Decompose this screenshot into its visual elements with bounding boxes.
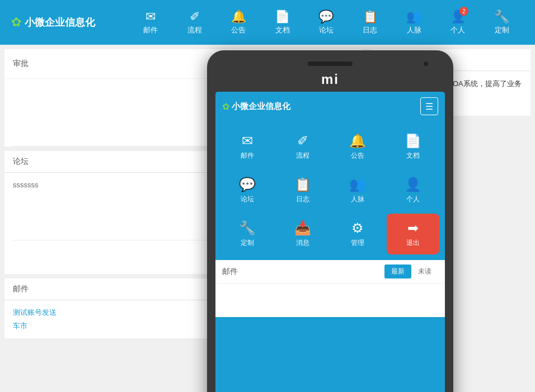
nav-process[interactable]: ✐ 流程	[181, 10, 209, 35]
customize-nav-label: 定制	[495, 25, 509, 35]
phone-grid-manage[interactable]: ⚙ 管理	[332, 214, 384, 254]
nav-contacts[interactable]: 👥 人脉	[400, 10, 428, 35]
phone-logo-area: ✿ 小微企业信息化	[222, 101, 290, 112]
personal-badge: 2	[459, 7, 468, 16]
phone-logo-leaf-icon: ✿	[222, 101, 229, 112]
phone-tab-unread[interactable]: 未读	[411, 265, 438, 278]
nav-mail[interactable]: ✉ 邮件	[137, 10, 165, 35]
phone-screen: ✿ 小微企业信息化 ☰ ✉ 邮件 ✐ 流程 🔔	[215, 92, 445, 392]
process-nav-icon: ✐	[190, 10, 200, 24]
phone-contacts-icon: 👥	[349, 177, 366, 192]
phone-frame: mi ✿ 小微企业信息化 ☰ ✉ 邮件 ✐	[207, 50, 453, 392]
mail-nav-label: 邮件	[143, 25, 158, 35]
personal-nav-icon: 👤2	[450, 10, 466, 24]
phone-mi-logo: mi	[215, 72, 445, 87]
phone-grid-logout[interactable]: ➡ 退出	[387, 214, 439, 254]
phone-app-header: ✿ 小微企业信息化 ☰	[215, 92, 445, 121]
phone-grid-contacts[interactable]: 👥 人脉	[332, 170, 384, 211]
phone-doc-icon: 📄	[405, 133, 421, 149]
phone-message-icon: 📥	[294, 220, 311, 236]
phone-forum-icon: 💬	[239, 177, 256, 192]
notice-nav-label: 公告	[231, 25, 246, 35]
phone-customize-label: 定制	[241, 238, 254, 248]
phone-message-label: 消息	[296, 238, 309, 248]
phone-grid-doc[interactable]: 📄 文档	[387, 126, 439, 167]
phone-manage-icon: ⚙	[351, 220, 364, 236]
phone-notice-icon: 🔔	[349, 133, 366, 149]
mail-title: 邮件	[13, 284, 29, 294]
phone-camera	[424, 62, 428, 66]
phone-log-label: 日志	[296, 195, 309, 204]
phone-grid-customize[interactable]: 🔧 定制	[221, 214, 274, 254]
phone-personal-icon: 👤	[405, 177, 421, 192]
phone-grid-process[interactable]: ✐ 流程	[276, 126, 329, 167]
phone-grid-mail[interactable]: ✉ 邮件	[221, 126, 274, 167]
phone-mail-body	[215, 284, 445, 317]
nav-customize[interactable]: 🔧 定制	[488, 10, 516, 35]
forum-nav-icon: 💬	[318, 10, 334, 24]
main-content: 审批 待办 已提交 论坛 sssssss 邮件	[0, 45, 535, 392]
phone-forum-label: 论坛	[241, 195, 254, 204]
logo-text: 小微企业信息化	[25, 16, 95, 29]
log-nav-label: 日志	[363, 25, 377, 35]
nav-log[interactable]: 📋 日志	[356, 10, 384, 35]
doc-nav-label: 文档	[275, 25, 290, 35]
approval-title: 审批	[13, 59, 29, 69]
logo-leaf-icon: ✿	[11, 15, 21, 30]
phone-app-grid: ✉ 邮件 ✐ 流程 🔔 公告 📄 文档	[215, 121, 445, 260]
nav-forum[interactable]: 💬 论坛	[312, 10, 340, 35]
phone-contacts-label: 人脉	[351, 195, 364, 204]
log-nav-icon: 📋	[363, 10, 378, 24]
process-nav-label: 流程	[187, 25, 202, 35]
phone-grid-forum[interactable]: 💬 论坛	[221, 170, 274, 211]
phone-grid-log[interactable]: 📋 日志	[276, 170, 329, 211]
nav-doc[interactable]: 📄 文档	[269, 10, 297, 35]
forum-nav-label: 论坛	[319, 25, 334, 35]
phone-tab-latest[interactable]: 最新	[384, 265, 411, 278]
logo-area: ✿ 小微企业信息化	[11, 15, 112, 30]
phone-overlay: mi ✿ 小微企业信息化 ☰ ✉ 邮件 ✐	[207, 45, 453, 392]
phone-log-icon: 📋	[294, 177, 311, 192]
mail-nav-icon: ✉	[146, 10, 156, 24]
phone-mail-tabs: 最新 未读	[384, 265, 438, 278]
phone-menu-button[interactable]: ☰	[420, 97, 438, 115]
forum-title: 论坛	[13, 157, 29, 167]
header: ✿ 小微企业信息化 ✉ 邮件 ✐ 流程 🔔 公告 📄 文档 💬 论坛 📋 日志 …	[0, 0, 535, 45]
phone-grid-message[interactable]: 📥 消息	[276, 214, 329, 254]
phone-grid-personal[interactable]: 👤 个人	[387, 170, 439, 211]
phone-doc-label: 文档	[406, 151, 420, 160]
phone-mail-icon: ✉	[242, 133, 253, 149]
personal-nav-label: 个人	[450, 25, 465, 35]
doc-nav-icon: 📄	[275, 10, 290, 24]
phone-personal-label: 个人	[406, 195, 420, 204]
phone-process-label: 流程	[296, 151, 309, 160]
customize-nav-icon: 🔧	[494, 10, 509, 24]
phone-grid-notice[interactable]: 🔔 公告	[332, 126, 384, 167]
nav-notice[interactable]: 🔔 公告	[224, 10, 252, 35]
phone-manage-label: 管理	[351, 238, 364, 248]
contacts-nav-icon: 👥	[406, 10, 421, 24]
phone-logout-label: 退出	[406, 238, 420, 248]
phone-speaker	[308, 62, 353, 66]
phone-customize-icon: 🔧	[239, 220, 256, 236]
phone-mail-section: 邮件 最新 未读	[215, 260, 445, 317]
phone-logo-text: 小微企业信息化	[232, 101, 290, 112]
phone-mail-section-title: 邮件	[222, 267, 238, 277]
nav-personal[interactable]: 👤2 个人	[444, 10, 472, 35]
phone-mail-section-header: 邮件 最新 未读	[215, 260, 445, 284]
phone-process-icon: ✐	[297, 133, 308, 149]
phone-top-bar	[215, 62, 445, 66]
contacts-nav-label: 人脉	[407, 25, 421, 35]
phone-notice-label: 公告	[351, 151, 364, 160]
phone-mail-label: 邮件	[241, 151, 254, 160]
notice-nav-icon: 🔔	[231, 10, 246, 24]
phone-logout-icon: ➡	[407, 220, 419, 236]
nav-bar: ✉ 邮件 ✐ 流程 🔔 公告 📄 文档 💬 论坛 📋 日志 👥 人脉 👤2	[129, 10, 524, 35]
